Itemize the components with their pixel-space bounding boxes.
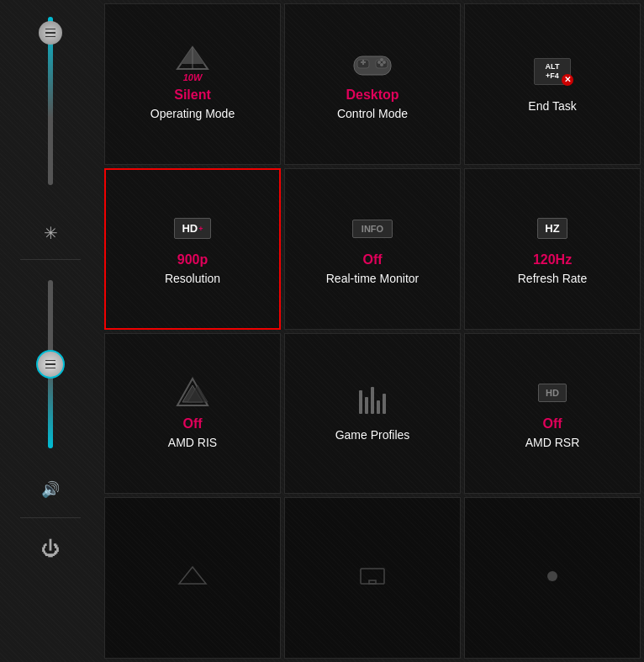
volume-icon: 🔊 [41, 480, 60, 499]
svg-point-9 [380, 63, 383, 66]
brightness-slider-container [48, 17, 53, 202]
tile-control-mode[interactable]: Desktop Control Mode [284, 3, 461, 165]
control-mode-icon [350, 47, 395, 81]
divider2 [20, 517, 81, 518]
realtime-monitor-value: Off [362, 252, 382, 267]
refresh-rate-icon: HZ [530, 212, 575, 246]
refresh-rate-value: 120Hz [533, 252, 572, 267]
tile-game-profiles[interactable]: Game Profiles [284, 333, 461, 495]
svg-rect-11 [362, 60, 364, 65]
thumb-grip2 [45, 360, 55, 369]
end-task-icon: ALT+F4 ✕ [530, 55, 575, 88]
tile-bottom-1[interactable] [104, 497, 281, 659]
amd-ris-value: Off [182, 416, 202, 432]
operating-mode-value: Silent [174, 87, 211, 103]
resolution-label: Resolution [165, 271, 220, 286]
brightness-thumb[interactable] [39, 21, 62, 45]
thumb-grip [45, 29, 55, 38]
tile-refresh-rate[interactable]: HZ 120Hz Refresh Rate [464, 168, 641, 330]
tile-amd-rsr[interactable]: HD Off AMD RSR [464, 333, 641, 495]
tile-resolution[interactable]: HD+ 900p Resolution [104, 168, 281, 330]
svg-marker-15 [179, 567, 206, 584]
amd-rsr-value: Off [542, 416, 562, 432]
refresh-rate-label: Refresh Rate [518, 271, 587, 286]
operating-mode-icon: 10W [170, 47, 215, 81]
control-mode-value: Desktop [346, 87, 399, 103]
svg-point-7 [383, 61, 386, 64]
main-grid: 10W Silent Operating Mode Desktop Contro… [101, 0, 644, 662]
game-profiles-label: Game Profiles [335, 427, 410, 442]
resolution-icon: HD+ [170, 212, 215, 246]
bottom-3-icon [530, 559, 575, 593]
svg-point-8 [380, 58, 383, 61]
brightness-icon: ✳ [44, 223, 58, 243]
tile-end-task[interactable]: ALT+F4 ✕ End Task [464, 3, 641, 165]
tile-bottom-2[interactable] [284, 497, 461, 659]
bottom-2-icon [350, 559, 395, 593]
volume-track [48, 280, 53, 448]
resolution-value: 900p [177, 252, 208, 267]
svg-rect-16 [361, 569, 384, 584]
amd-ris-icon [170, 376, 215, 410]
tile-realtime-monitor[interactable]: INFO Off Real-time Monitor [284, 168, 461, 330]
control-mode-label: Control Mode [337, 106, 408, 121]
divider1 [20, 259, 81, 260]
volume-thumb[interactable] [36, 350, 65, 379]
realtime-monitor-label: Real-time Monitor [326, 271, 419, 286]
tile-amd-ris[interactable]: Off AMD RIS [104, 333, 281, 495]
tile-bottom-3[interactable] [464, 497, 641, 659]
sidebar: ✳ 🔊 ⏻ [0, 0, 101, 662]
volume-slider-container [48, 280, 53, 465]
svg-rect-17 [369, 580, 376, 584]
power-icon[interactable]: ⏻ [41, 538, 60, 560]
operating-mode-label: Operating Mode [150, 106, 235, 121]
tile-operating-mode[interactable]: 10W Silent Operating Mode [104, 3, 281, 165]
brightness-track [48, 17, 53, 185]
end-task-label: End Task [528, 98, 576, 114]
svg-point-18 [547, 571, 557, 581]
amd-ris-label: AMD RIS [168, 435, 217, 450]
realtime-monitor-icon: INFO [350, 212, 395, 246]
amd-rsr-icon: HD [530, 376, 575, 410]
svg-point-6 [377, 61, 381, 64]
amd-rsr-label: AMD RSR [525, 435, 580, 450]
bottom-1-icon [170, 559, 215, 593]
game-profiles-icon [350, 384, 395, 417]
